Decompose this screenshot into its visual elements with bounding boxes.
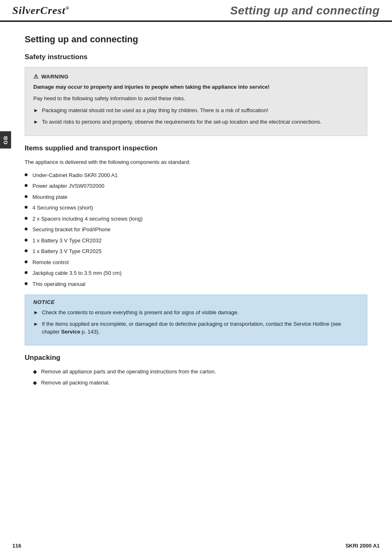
item-text: 2 x Spacers including 4 securing screws … — [32, 215, 143, 223]
list-item: Mounting plate — [25, 193, 367, 201]
list-item: 2 x Spacers including 4 securing screws … — [25, 215, 367, 223]
main-content: Setting up and connecting Safety instruc… — [0, 22, 392, 412]
bullet-dot — [25, 195, 28, 198]
item-text: Jackplug cable 3.5 to 3.5 mm (50 cm) — [32, 269, 122, 277]
bullet-dot — [25, 184, 28, 187]
items-section: Items supplied and transport inspection … — [25, 144, 367, 345]
unpacking-title: Unpacking — [25, 354, 367, 362]
notice-bold-word: Service — [61, 329, 80, 335]
item-text: 1 x Battery 3 V Type CR2032 — [32, 237, 101, 245]
bullet-text: Check the contents to ensure everything … — [42, 308, 239, 317]
diamond-icon: ◆ — [33, 379, 37, 387]
safety-section-title: Safety instructions — [25, 53, 367, 61]
notice-bullets-list: ► Check the contents to ensure everythin… — [33, 308, 359, 336]
list-item: Power adapter JVSW0702000 — [25, 182, 367, 190]
items-intro-text: The appliance is delivered with the foll… — [25, 158, 367, 166]
list-item: ► To avoid risks to persons and property… — [33, 118, 359, 126]
warning-bullets-list: ► Packaging material should not be used … — [33, 106, 359, 126]
item-text: Power adapter JVSW0702000 — [32, 182, 104, 190]
list-item: Jackplug cable 3.5 to 3.5 mm (50 cm) — [25, 269, 367, 277]
item-text: Mounting plate — [32, 193, 67, 201]
list-item: 1 x Battery 3 V Type CR2025 — [25, 247, 367, 255]
model-number: SKRI 2000 A1 — [346, 543, 380, 549]
safety-section: Safety instructions ⚠ WARNING Damage may… — [25, 53, 367, 136]
bullet-dot — [25, 249, 28, 252]
bullet-dot — [25, 282, 28, 285]
warning-bold-text: Damage may occur to property and injurie… — [33, 83, 359, 91]
diamond-icon: ◆ — [33, 368, 37, 376]
warning-label: WARNING — [42, 74, 69, 80]
list-item: ► Check the contents to ensure everythin… — [33, 308, 359, 317]
unpacking-section: Unpacking ◆ Remove all appliance parts a… — [25, 354, 367, 387]
step-text: Remove all appliance parts and the opera… — [41, 368, 216, 376]
list-item: Remote control — [25, 258, 367, 267]
bullet-dot — [25, 260, 28, 263]
bullet-dot — [25, 217, 28, 220]
notice-header: NOTICE — [33, 299, 359, 305]
list-item: This operating manual — [25, 280, 367, 288]
arrow-icon: ► — [33, 320, 39, 328]
warning-triangle-icon: ⚠ — [33, 73, 39, 80]
warning-intro-text: Pay heed to the following safety informa… — [33, 94, 359, 103]
step-text: Remove all packing material. — [41, 379, 110, 387]
items-section-title: Items supplied and transport inspection — [25, 144, 367, 152]
item-text: 1 x Battery 3 V Type CR2025 — [32, 247, 101, 255]
item-text: Securing bracket for iPod/iPhone — [32, 226, 111, 234]
warning-header: ⚠ WARNING — [33, 73, 359, 80]
header-section-title: Setting up and connecting — [69, 4, 380, 17]
arrow-icon: ► — [33, 106, 39, 115]
language-tab: GB — [0, 131, 11, 149]
item-text: 4 Securing screws (short) — [32, 204, 93, 212]
page-footer: 116 SKRI 2000 A1 — [0, 543, 392, 549]
bullet-dot — [25, 271, 28, 274]
list-item: ◆ Remove all packing material. — [33, 379, 367, 387]
page-header: SilverCrest® Setting up and connecting — [0, 0, 392, 22]
brand-name: SilverCrest — [12, 5, 65, 16]
bullet-dot — [25, 206, 28, 209]
bullet-dot — [25, 173, 28, 176]
bullet-dot — [25, 239, 28, 242]
item-text: Remote control — [32, 258, 69, 267]
arrow-icon: ► — [33, 118, 39, 126]
list-item: ► If the items supplied are incomplete, … — [33, 320, 359, 336]
warning-box: ⚠ WARNING Damage may occur to property a… — [25, 67, 367, 136]
list-item: Under-Cabinet Radio SKRI 2000 A1 — [25, 171, 367, 180]
arrow-icon: ► — [33, 308, 39, 317]
page-title: Setting up and connecting — [25, 34, 367, 45]
list-item: 1 x Battery 3 V Type CR2032 — [25, 237, 367, 245]
notice-box: NOTICE ► Check the contents to ensure ev… — [25, 295, 367, 345]
bullet-text: Packaging material should not be used as… — [42, 106, 268, 115]
bullet-text: To avoid risks to persons and property, … — [42, 118, 321, 126]
page-number: 116 — [12, 543, 21, 549]
bullet-dot — [25, 228, 28, 230]
bullet-text: If the items supplied are incomplete, or… — [42, 320, 359, 336]
notice-suffix-text: p. 143). — [80, 329, 100, 335]
items-list: Under-Cabinet Radio SKRI 2000 A1 Power a… — [25, 171, 367, 288]
list-item: ► Packaging material should not be used … — [33, 106, 359, 115]
item-text: Under-Cabinet Radio SKRI 2000 A1 — [32, 171, 118, 180]
list-item: 4 Securing screws (short) — [25, 204, 367, 212]
item-text: This operating manual — [32, 280, 85, 288]
brand-sup: ® — [65, 5, 69, 11]
list-item: ◆ Remove all appliance parts and the ope… — [33, 368, 367, 376]
unpacking-list: ◆ Remove all appliance parts and the ope… — [33, 368, 367, 387]
brand-logo: SilverCrest® — [12, 5, 69, 17]
list-item: Securing bracket for iPod/iPhone — [25, 226, 367, 234]
